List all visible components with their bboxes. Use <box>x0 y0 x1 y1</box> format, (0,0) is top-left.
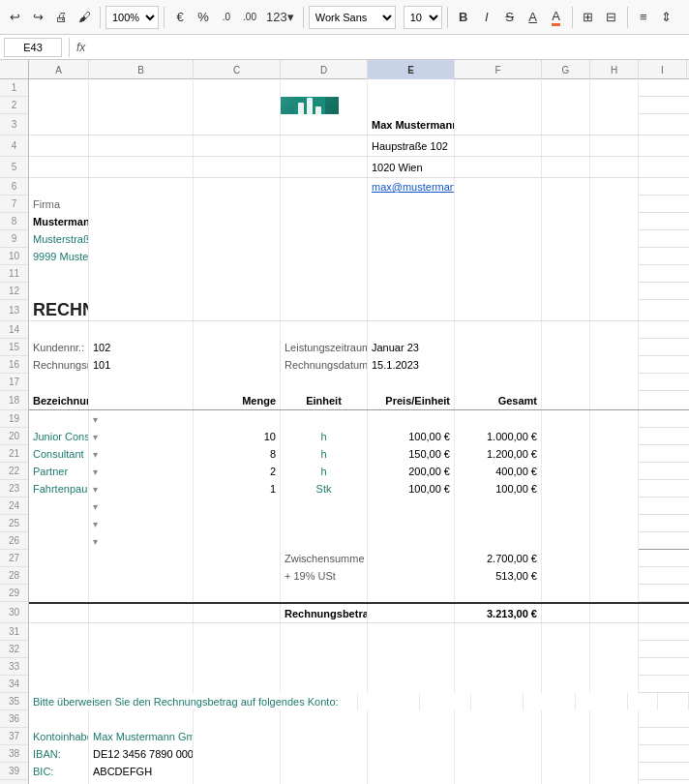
cell-c24-dropdown[interactable]: ▾ <box>89 498 194 515</box>
cell-h31[interactable] <box>542 623 590 641</box>
cell-g39[interactable] <box>455 763 542 780</box>
cell-e3[interactable] <box>281 114 368 135</box>
cell-c39-bic-value[interactable]: ABCDEFGH <box>89 763 194 780</box>
cell-b32[interactable] <box>29 641 89 658</box>
cell-g40[interactable] <box>455 780 542 784</box>
cell-g34[interactable] <box>455 676 542 693</box>
cell-g14[interactable] <box>455 321 542 339</box>
cell-h36[interactable] <box>542 710 590 728</box>
cell-c38-iban-value[interactable]: DE12 3456 7890 0000 <box>89 745 194 763</box>
cell-f29[interactable] <box>368 585 455 602</box>
cell-c32[interactable] <box>89 641 194 658</box>
cell-d22-item3-qty[interactable]: 2 <box>194 463 281 480</box>
format-currency-button[interactable]: € <box>169 5 191 30</box>
cell-e28-tax-label[interactable]: + 19% USt <box>281 567 368 585</box>
cell-b10-recipient-city[interactable]: 9999 Musterort <box>29 248 89 265</box>
cell-f23-item4-price[interactable]: 100,00 € <box>368 480 455 498</box>
cell-c6[interactable] <box>89 178 194 196</box>
cell-d9[interactable] <box>194 230 281 248</box>
cell-f7[interactable] <box>368 196 455 213</box>
italic-button[interactable]: I <box>476 5 497 30</box>
cell-d15[interactable] <box>194 339 281 356</box>
cell-f9[interactable] <box>368 230 455 248</box>
cell-c28[interactable] <box>89 567 194 585</box>
font-selector[interactable]: Work Sans <box>309 6 396 29</box>
cell-e8[interactable] <box>281 213 368 230</box>
format-percent-button[interactable]: % <box>193 5 214 30</box>
cell-c19-dropdown[interactable]: ▾ <box>89 410 194 428</box>
cell-i38[interactable] <box>590 745 639 763</box>
cell-g12[interactable] <box>455 283 542 300</box>
cell-c40-referenz-value[interactable]: RE101 , Kundennr 102 <box>89 780 194 784</box>
cell-i24[interactable] <box>590 498 639 515</box>
cell-i32[interactable] <box>590 641 639 658</box>
cell-h12[interactable] <box>542 283 590 300</box>
cell-i9[interactable] <box>590 230 639 248</box>
cell-i6[interactable] <box>590 178 639 196</box>
cell-g8[interactable] <box>455 213 542 230</box>
col-header-i[interactable]: I <box>639 60 687 79</box>
cell-f22-item3-price[interactable]: 200,00 € <box>368 463 455 480</box>
cell-e5[interactable] <box>281 157 368 177</box>
cell-d16[interactable] <box>194 356 281 374</box>
cell-h27[interactable] <box>542 550 590 567</box>
cell-g5[interactable] <box>455 157 542 177</box>
cell-d29[interactable] <box>194 585 281 602</box>
cell-i39[interactable] <box>590 763 639 780</box>
cell-b21-item2-name[interactable]: Consultant <box>29 445 89 463</box>
cell-f10[interactable] <box>368 248 455 265</box>
cell-h13[interactable] <box>542 300 590 320</box>
cell-e20-item1-unit[interactable]: h <box>281 428 368 445</box>
cell-c5[interactable] <box>89 157 194 177</box>
cell-h32[interactable] <box>542 641 590 658</box>
cell-f24[interactable] <box>368 498 455 515</box>
cell-b14[interactable] <box>29 321 89 339</box>
cell-h6[interactable] <box>542 178 590 196</box>
cell-d28[interactable] <box>194 567 281 585</box>
cell-c25-dropdown[interactable]: ▾ <box>89 515 194 532</box>
cell-e35[interactable] <box>471 693 524 710</box>
cell-i34[interactable] <box>590 676 639 693</box>
cell-g16[interactable] <box>455 356 542 374</box>
cell-g1[interactable] <box>455 79 542 97</box>
cell-i20[interactable] <box>590 428 639 445</box>
zoom-select[interactable]: 100%75%125% <box>105 6 159 29</box>
cell-f18-preis[interactable]: Preis/Einheit <box>368 391 455 409</box>
grid-content[interactable]: Max Mustermann GmbH Haupstraße 102 <box>29 79 689 784</box>
cell-b5[interactable] <box>29 157 89 177</box>
cell-i14[interactable] <box>590 321 639 339</box>
cell-f6-sender-email[interactable]: max@mustermann.at <box>368 178 455 196</box>
cell-e23-item4-unit[interactable]: Stk <box>281 480 368 498</box>
cell-f40[interactable] <box>368 780 455 784</box>
cell-e9[interactable] <box>281 230 368 248</box>
cell-i23[interactable] <box>590 480 639 498</box>
cell-e24[interactable] <box>281 498 368 515</box>
cell-g17[interactable] <box>455 374 542 391</box>
cell-f15-period-value[interactable]: Januar 23 <box>368 339 455 356</box>
cell-f2[interactable] <box>368 97 455 114</box>
cell-d11[interactable] <box>194 265 281 283</box>
cell-f4-sender-street[interactable]: Haupstraße 102 <box>368 136 455 156</box>
cell-d14[interactable] <box>194 321 281 339</box>
cell-d7[interactable] <box>194 196 281 213</box>
cell-f35[interactable] <box>524 693 576 710</box>
cell-e1[interactable] <box>281 79 368 97</box>
cell-c12[interactable] <box>89 283 194 300</box>
cell-c2[interactable] <box>89 97 194 114</box>
cell-e31[interactable] <box>281 623 368 641</box>
cell-i16[interactable] <box>590 356 639 374</box>
cell-h25[interactable] <box>542 515 590 532</box>
cell-e7[interactable] <box>281 196 368 213</box>
cell-b35-payment-note[interactable]: Bitte überweisen Sie den Rechnungsbetrag… <box>29 693 358 710</box>
cell-e19[interactable] <box>281 410 368 428</box>
col-header-b[interactable]: B <box>89 60 194 79</box>
cell-e17[interactable] <box>281 374 368 391</box>
cell-g15[interactable] <box>455 339 542 356</box>
cell-h30[interactable] <box>542 604 590 622</box>
cell-b15-customer-nr-label[interactable]: Kundennr.: <box>29 339 89 356</box>
align-v-button[interactable]: ⇕ <box>656 5 677 30</box>
cell-f28[interactable] <box>368 567 455 585</box>
cell-c23-dropdown[interactable]: ▾ <box>89 480 194 498</box>
cell-b19[interactable] <box>29 410 89 428</box>
col-header-d[interactable]: D <box>281 60 368 79</box>
